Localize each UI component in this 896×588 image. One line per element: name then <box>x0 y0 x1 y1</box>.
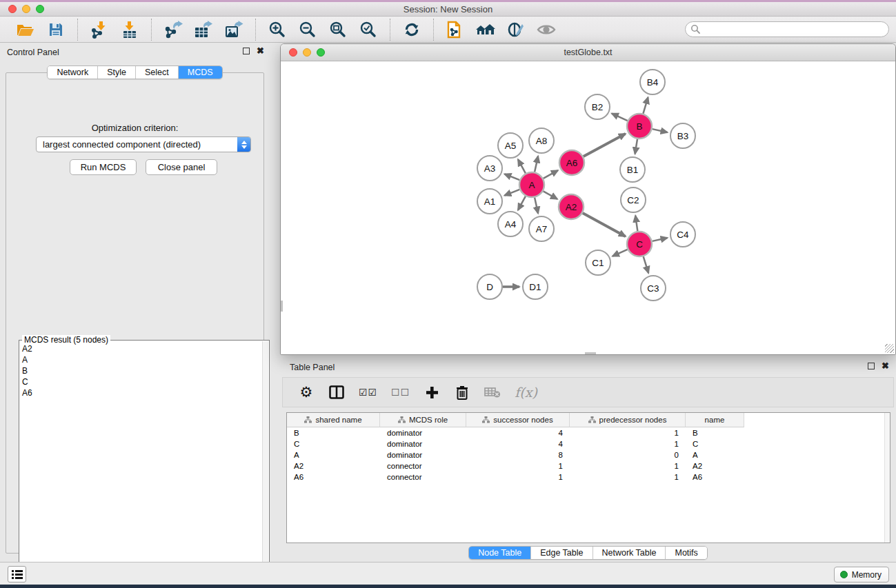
edge-C-C4[interactable] <box>653 238 668 241</box>
close-window-button[interactable] <box>8 5 17 13</box>
edge-B-B2[interactable] <box>612 114 628 121</box>
table-cell[interactable]: 1 <box>466 473 570 481</box>
node-A5[interactable]: A5 <box>498 133 523 158</box>
node-C3[interactable]: C3 <box>641 276 666 301</box>
edge-B-B1[interactable] <box>635 139 637 154</box>
table-cell[interactable]: A2 <box>686 462 744 470</box>
mcds-result-list[interactable]: A2ABCA6 <box>22 343 261 576</box>
table-cell[interactable]: connector <box>380 473 466 481</box>
canvas-left-scroll-thumb[interactable] <box>281 301 283 312</box>
float-table-panel-icon[interactable] <box>868 363 875 369</box>
column-header-successor-nodes[interactable]: successor nodes <box>466 413 570 427</box>
table-cell[interactable]: 0 <box>570 451 686 459</box>
edge-A-A7[interactable] <box>535 198 538 214</box>
memory-button[interactable]: Memory <box>834 567 889 582</box>
zoom-fit-button[interactable] <box>325 19 351 41</box>
edge-C-C3[interactable] <box>644 256 648 273</box>
node-C1[interactable]: C1 <box>586 250 610 275</box>
table-cell[interactable]: C <box>686 440 744 448</box>
clone-network-button[interactable] <box>442 19 468 41</box>
add-column-button[interactable] <box>424 383 440 402</box>
zoom-in-button[interactable] <box>264 19 290 41</box>
search-input[interactable] <box>685 21 889 37</box>
minimize-window-button[interactable] <box>22 5 30 13</box>
network-minimize-button[interactable] <box>303 48 311 57</box>
column-header-MCDS-role[interactable]: MCDS role <box>380 413 466 427</box>
annotation-mode-button[interactable] <box>503 19 529 41</box>
apply-layout-button[interactable] <box>399 19 425 41</box>
close-table-panel-icon[interactable]: ✖ <box>882 363 889 369</box>
edge-C-C2[interactable] <box>635 216 637 231</box>
close-panel-icon[interactable]: ✖ <box>257 48 264 54</box>
function-builder-button[interactable]: f(x) <box>515 383 537 402</box>
result-item[interactable]: C <box>22 376 261 387</box>
tab-edge-table[interactable]: Edge Table <box>531 547 593 559</box>
export-image-button[interactable] <box>221 19 247 41</box>
node-A1[interactable]: A1 <box>477 189 502 214</box>
edge-B-B4[interactable] <box>643 97 648 114</box>
node-A3[interactable]: A3 <box>477 156 502 181</box>
zoom-out-button[interactable] <box>295 19 321 41</box>
node-C4[interactable]: C4 <box>670 222 695 247</box>
node-A7[interactable]: A7 <box>529 216 554 241</box>
export-table-button[interactable] <box>190 19 217 41</box>
table-cell[interactable]: 1 <box>466 462 570 470</box>
table-cell[interactable]: dominator <box>380 451 466 459</box>
node-C[interactable]: C <box>627 232 652 256</box>
node-B4[interactable]: B4 <box>640 70 665 94</box>
node-A[interactable]: A <box>519 172 544 197</box>
table-cell[interactable]: dominator <box>380 429 466 437</box>
network-canvas[interactable]: AA6A2BCA5A8A3A1A4A7B2B4B3B1C2C4C1C3DD1 <box>281 61 895 354</box>
task-history-button[interactable] <box>8 566 26 582</box>
result-item[interactable]: B <box>22 365 261 376</box>
table-cell[interactable]: B <box>686 429 744 437</box>
network-window-titlebar[interactable]: testGlobe.txt <box>281 44 895 61</box>
edge-A-A4[interactable] <box>518 196 526 210</box>
node-B1[interactable]: B1 <box>620 157 645 182</box>
node-B3[interactable]: B3 <box>670 123 695 148</box>
delete-column-button[interactable] <box>454 383 470 402</box>
node-C2[interactable]: C2 <box>621 187 646 212</box>
import-table-button[interactable] <box>117 19 143 41</box>
close-panel-button[interactable]: Close panel <box>146 159 217 175</box>
column-header-predecessor-nodes[interactable]: predecessor nodes <box>570 413 686 427</box>
select-all-button[interactable]: ☑☑ <box>359 383 377 402</box>
edge-A-A8[interactable] <box>535 156 538 172</box>
open-file-button[interactable] <box>12 19 39 41</box>
table-cell[interactable]: A <box>686 451 744 459</box>
criterion-select[interactable]: largest connected component (directed) <box>36 136 251 152</box>
column-header-name[interactable]: name <box>686 413 744 427</box>
run-mcds-button[interactable]: Run MCDS <box>70 159 137 175</box>
show-hide-button[interactable] <box>533 19 559 41</box>
home-view-button[interactable] <box>472 19 499 41</box>
table-cell[interactable]: 1 <box>570 473 686 481</box>
node-A8[interactable]: A8 <box>529 128 554 153</box>
table-row[interactable]: Cdominator41C <box>287 438 890 449</box>
node-D1[interactable]: D1 <box>523 274 548 299</box>
result-item[interactable]: A6 <box>22 387 261 398</box>
table-cell[interactable]: 1 <box>570 462 686 470</box>
network-zoom-button[interactable] <box>317 48 325 57</box>
result-item[interactable]: A2 <box>22 343 261 354</box>
canvas-bottom-scroll-thumb[interactable] <box>585 352 596 354</box>
table-cell[interactable]: A6 <box>686 473 744 481</box>
edge-A-A1[interactable] <box>504 190 519 196</box>
export-network-button[interactable] <box>160 19 186 41</box>
node-A4[interactable]: A4 <box>498 212 523 236</box>
zoom-selected-button[interactable] <box>355 19 381 41</box>
edge-A-A6[interactable] <box>544 170 558 179</box>
result-scrollbar[interactable] <box>262 341 268 577</box>
zoom-window-button[interactable] <box>36 5 44 13</box>
table-row[interactable]: Adominator80A <box>287 449 890 460</box>
network-close-button[interactable] <box>289 48 297 57</box>
edge-A2-C[interactable] <box>583 213 626 236</box>
edge-C-C1[interactable] <box>613 250 628 256</box>
table-scrollbar[interactable] <box>884 413 890 543</box>
table-cell[interactable]: 1 <box>570 440 686 448</box>
column-header-shared-name[interactable]: shared name <box>287 413 380 427</box>
table-cell[interactable]: 8 <box>466 451 570 459</box>
table-row[interactable]: Bdominator41B <box>287 427 890 438</box>
deselect-all-button[interactable]: ☐☐ <box>391 383 410 402</box>
node-B[interactable]: B <box>627 114 652 139</box>
tab-select[interactable]: Select <box>136 66 179 79</box>
